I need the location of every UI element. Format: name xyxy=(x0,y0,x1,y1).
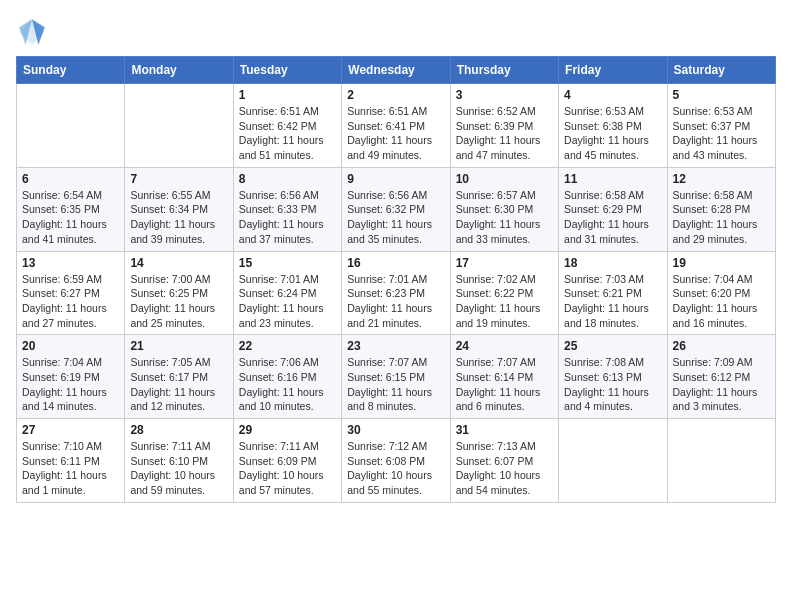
day-number: 16 xyxy=(347,256,444,270)
calendar-week-2: 6Sunrise: 6:54 AM Sunset: 6:35 PM Daylig… xyxy=(17,167,776,251)
day-number: 15 xyxy=(239,256,336,270)
day-info: Sunrise: 7:13 AM Sunset: 6:07 PM Dayligh… xyxy=(456,439,553,498)
day-info: Sunrise: 7:02 AM Sunset: 6:22 PM Dayligh… xyxy=(456,272,553,331)
day-header-wednesday: Wednesday xyxy=(342,57,450,84)
calendar-cell: 8Sunrise: 6:56 AM Sunset: 6:33 PM Daylig… xyxy=(233,167,341,251)
day-number: 20 xyxy=(22,339,119,353)
day-info: Sunrise: 6:56 AM Sunset: 6:33 PM Dayligh… xyxy=(239,188,336,247)
calendar-cell: 3Sunrise: 6:52 AM Sunset: 6:39 PM Daylig… xyxy=(450,84,558,168)
day-number: 31 xyxy=(456,423,553,437)
day-number: 17 xyxy=(456,256,553,270)
day-info: Sunrise: 6:51 AM Sunset: 6:42 PM Dayligh… xyxy=(239,104,336,163)
calendar-week-5: 27Sunrise: 7:10 AM Sunset: 6:11 PM Dayli… xyxy=(17,419,776,503)
calendar-cell: 17Sunrise: 7:02 AM Sunset: 6:22 PM Dayli… xyxy=(450,251,558,335)
day-number: 10 xyxy=(456,172,553,186)
calendar-week-3: 13Sunrise: 6:59 AM Sunset: 6:27 PM Dayli… xyxy=(17,251,776,335)
day-number: 14 xyxy=(130,256,227,270)
day-info: Sunrise: 6:58 AM Sunset: 6:29 PM Dayligh… xyxy=(564,188,661,247)
day-info: Sunrise: 6:56 AM Sunset: 6:32 PM Dayligh… xyxy=(347,188,444,247)
day-number: 5 xyxy=(673,88,770,102)
calendar-cell: 27Sunrise: 7:10 AM Sunset: 6:11 PM Dayli… xyxy=(17,419,125,503)
day-header-thursday: Thursday xyxy=(450,57,558,84)
calendar-cell: 24Sunrise: 7:07 AM Sunset: 6:14 PM Dayli… xyxy=(450,335,558,419)
day-info: Sunrise: 7:05 AM Sunset: 6:17 PM Dayligh… xyxy=(130,355,227,414)
day-header-monday: Monday xyxy=(125,57,233,84)
day-number: 23 xyxy=(347,339,444,353)
calendar-table: SundayMondayTuesdayWednesdayThursdayFrid… xyxy=(16,56,776,503)
day-header-saturday: Saturday xyxy=(667,57,775,84)
day-info: Sunrise: 7:09 AM Sunset: 6:12 PM Dayligh… xyxy=(673,355,770,414)
day-info: Sunrise: 6:53 AM Sunset: 6:38 PM Dayligh… xyxy=(564,104,661,163)
day-number: 24 xyxy=(456,339,553,353)
day-number: 3 xyxy=(456,88,553,102)
day-number: 13 xyxy=(22,256,119,270)
day-number: 1 xyxy=(239,88,336,102)
day-header-tuesday: Tuesday xyxy=(233,57,341,84)
day-number: 19 xyxy=(673,256,770,270)
calendar-cell: 30Sunrise: 7:12 AM Sunset: 6:08 PM Dayli… xyxy=(342,419,450,503)
day-number: 8 xyxy=(239,172,336,186)
day-info: Sunrise: 6:59 AM Sunset: 6:27 PM Dayligh… xyxy=(22,272,119,331)
day-info: Sunrise: 7:00 AM Sunset: 6:25 PM Dayligh… xyxy=(130,272,227,331)
calendar-cell: 25Sunrise: 7:08 AM Sunset: 6:13 PM Dayli… xyxy=(559,335,667,419)
day-info: Sunrise: 6:54 AM Sunset: 6:35 PM Dayligh… xyxy=(22,188,119,247)
calendar-cell: 18Sunrise: 7:03 AM Sunset: 6:21 PM Dayli… xyxy=(559,251,667,335)
day-number: 9 xyxy=(347,172,444,186)
day-info: Sunrise: 7:11 AM Sunset: 6:10 PM Dayligh… xyxy=(130,439,227,498)
calendar-cell: 15Sunrise: 7:01 AM Sunset: 6:24 PM Dayli… xyxy=(233,251,341,335)
day-info: Sunrise: 6:55 AM Sunset: 6:34 PM Dayligh… xyxy=(130,188,227,247)
calendar-cell: 11Sunrise: 6:58 AM Sunset: 6:29 PM Dayli… xyxy=(559,167,667,251)
day-number: 2 xyxy=(347,88,444,102)
day-info: Sunrise: 7:01 AM Sunset: 6:23 PM Dayligh… xyxy=(347,272,444,331)
calendar-cell: 7Sunrise: 6:55 AM Sunset: 6:34 PM Daylig… xyxy=(125,167,233,251)
calendar-cell: 20Sunrise: 7:04 AM Sunset: 6:19 PM Dayli… xyxy=(17,335,125,419)
calendar-cell: 2Sunrise: 6:51 AM Sunset: 6:41 PM Daylig… xyxy=(342,84,450,168)
logo-icon xyxy=(16,16,48,48)
logo xyxy=(16,16,52,48)
day-number: 29 xyxy=(239,423,336,437)
day-number: 30 xyxy=(347,423,444,437)
day-number: 18 xyxy=(564,256,661,270)
day-info: Sunrise: 7:01 AM Sunset: 6:24 PM Dayligh… xyxy=(239,272,336,331)
calendar-week-4: 20Sunrise: 7:04 AM Sunset: 6:19 PM Dayli… xyxy=(17,335,776,419)
day-info: Sunrise: 6:58 AM Sunset: 6:28 PM Dayligh… xyxy=(673,188,770,247)
day-info: Sunrise: 7:11 AM Sunset: 6:09 PM Dayligh… xyxy=(239,439,336,498)
calendar-cell: 31Sunrise: 7:13 AM Sunset: 6:07 PM Dayli… xyxy=(450,419,558,503)
day-number: 26 xyxy=(673,339,770,353)
calendar-cell: 19Sunrise: 7:04 AM Sunset: 6:20 PM Dayli… xyxy=(667,251,775,335)
day-info: Sunrise: 7:07 AM Sunset: 6:14 PM Dayligh… xyxy=(456,355,553,414)
calendar-cell: 21Sunrise: 7:05 AM Sunset: 6:17 PM Dayli… xyxy=(125,335,233,419)
calendar-cell: 4Sunrise: 6:53 AM Sunset: 6:38 PM Daylig… xyxy=(559,84,667,168)
day-number: 7 xyxy=(130,172,227,186)
calendar-cell: 1Sunrise: 6:51 AM Sunset: 6:42 PM Daylig… xyxy=(233,84,341,168)
page-header xyxy=(16,16,776,48)
calendar-cell xyxy=(125,84,233,168)
calendar-header-row: SundayMondayTuesdayWednesdayThursdayFrid… xyxy=(17,57,776,84)
day-number: 22 xyxy=(239,339,336,353)
calendar-cell: 26Sunrise: 7:09 AM Sunset: 6:12 PM Dayli… xyxy=(667,335,775,419)
calendar-cell: 28Sunrise: 7:11 AM Sunset: 6:10 PM Dayli… xyxy=(125,419,233,503)
day-info: Sunrise: 7:08 AM Sunset: 6:13 PM Dayligh… xyxy=(564,355,661,414)
calendar-cell: 22Sunrise: 7:06 AM Sunset: 6:16 PM Dayli… xyxy=(233,335,341,419)
day-number: 6 xyxy=(22,172,119,186)
calendar-cell xyxy=(667,419,775,503)
day-number: 11 xyxy=(564,172,661,186)
calendar-cell: 13Sunrise: 6:59 AM Sunset: 6:27 PM Dayli… xyxy=(17,251,125,335)
calendar-cell: 10Sunrise: 6:57 AM Sunset: 6:30 PM Dayli… xyxy=(450,167,558,251)
calendar-cell: 9Sunrise: 6:56 AM Sunset: 6:32 PM Daylig… xyxy=(342,167,450,251)
day-info: Sunrise: 6:52 AM Sunset: 6:39 PM Dayligh… xyxy=(456,104,553,163)
day-info: Sunrise: 7:06 AM Sunset: 6:16 PM Dayligh… xyxy=(239,355,336,414)
day-info: Sunrise: 7:07 AM Sunset: 6:15 PM Dayligh… xyxy=(347,355,444,414)
day-number: 21 xyxy=(130,339,227,353)
day-header-sunday: Sunday xyxy=(17,57,125,84)
calendar-cell xyxy=(559,419,667,503)
calendar-cell: 5Sunrise: 6:53 AM Sunset: 6:37 PM Daylig… xyxy=(667,84,775,168)
day-info: Sunrise: 6:57 AM Sunset: 6:30 PM Dayligh… xyxy=(456,188,553,247)
day-number: 25 xyxy=(564,339,661,353)
day-info: Sunrise: 7:04 AM Sunset: 6:19 PM Dayligh… xyxy=(22,355,119,414)
calendar-cell: 6Sunrise: 6:54 AM Sunset: 6:35 PM Daylig… xyxy=(17,167,125,251)
calendar-cell: 16Sunrise: 7:01 AM Sunset: 6:23 PM Dayli… xyxy=(342,251,450,335)
day-number: 27 xyxy=(22,423,119,437)
day-info: Sunrise: 6:51 AM Sunset: 6:41 PM Dayligh… xyxy=(347,104,444,163)
day-header-friday: Friday xyxy=(559,57,667,84)
